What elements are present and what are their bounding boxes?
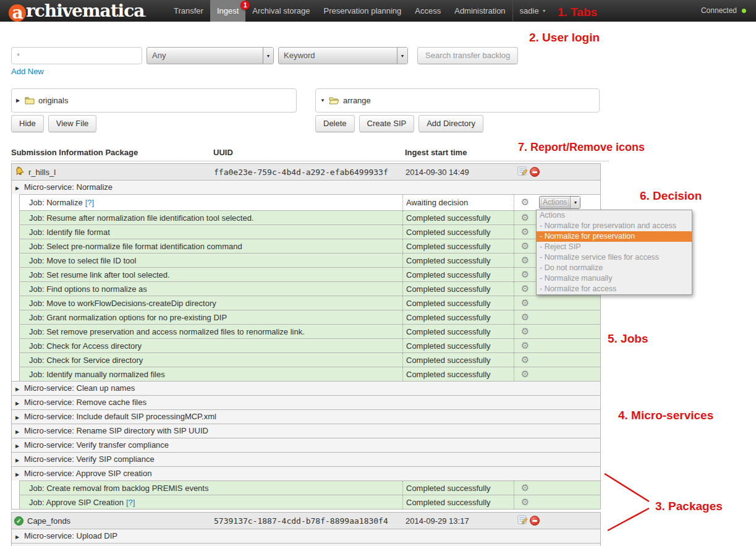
job-name-cell: Job: Move to workFlowDecisions-createDip… xyxy=(20,296,402,310)
completed-check-icon: ✓ xyxy=(14,516,23,526)
job-actions-cell xyxy=(536,367,600,381)
package-uuid: ffa0e23e-759c-4b4d-a292-efab6499933f xyxy=(214,168,406,177)
job-label: Job: Move to workFlowDecisions-createDip… xyxy=(29,299,216,308)
tab-access[interactable]: Access xyxy=(408,0,448,22)
job-label: Job: Normalize xyxy=(29,198,83,207)
job-gear-cell: ⚙ xyxy=(514,339,536,352)
tab-transfer[interactable]: Transfer xyxy=(167,0,210,22)
gear-icon[interactable]: ⚙ xyxy=(521,198,529,207)
gear-icon[interactable]: ⚙ xyxy=(521,484,529,493)
microservice-row[interactable]: ▶Micro-service: Verify transfer complian… xyxy=(12,438,600,452)
search-transfer-backlog-button[interactable]: Search transfer backlog xyxy=(417,47,518,64)
job-help-link[interactable]: [?] xyxy=(85,198,94,207)
delete-button[interactable]: Delete xyxy=(315,115,355,132)
job-actions-cell xyxy=(536,481,600,495)
microservice-row[interactable]: ▶Micro-service: Normalize xyxy=(12,180,600,194)
search-query-input[interactable] xyxy=(11,47,142,64)
top-navigation-bar: archivematica. TransferIngest1Archival s… xyxy=(0,0,756,22)
job-actions-select[interactable]: Actions▼ xyxy=(539,196,580,209)
arrange-label[interactable]: arrange xyxy=(343,96,371,105)
tab-preservation-planning[interactable]: Preservation planning xyxy=(317,0,409,22)
microservice-row[interactable]: ▶Micro-service: Rename SIP directory wit… xyxy=(12,424,600,438)
gear-icon[interactable]: ⚙ xyxy=(521,228,529,237)
collapsed-triangle-icon: ▶ xyxy=(15,182,22,194)
microservice-label: Micro-service: Approve SIP creation xyxy=(24,469,151,478)
microservice-row[interactable]: ▶Micro-service: Clean up names xyxy=(12,381,600,395)
report-icon[interactable] xyxy=(517,515,528,525)
job-help-link[interactable]: [?] xyxy=(126,498,135,507)
originals-label[interactable]: originals xyxy=(38,96,68,105)
decision-option[interactable]: - Normalize for preservation and access xyxy=(537,221,692,231)
originals-tree-panel: ▶ originals xyxy=(11,88,297,113)
job-status: Completed successfully xyxy=(402,282,514,296)
job-name-cell: Job: Resume after normalization file ide… xyxy=(20,211,402,224)
microservice-row[interactable]: ▶Micro-service: Include default SIP proc… xyxy=(12,409,600,424)
gear-icon[interactable]: ⚙ xyxy=(521,284,529,294)
bell-icon xyxy=(14,166,25,176)
report-icon[interactable] xyxy=(517,166,528,176)
job-status: Completed successfully xyxy=(402,353,514,367)
search-field-select[interactable]: Any ▼ xyxy=(147,47,274,64)
collapsed-triangle-icon: ▶ xyxy=(15,397,22,409)
decision-option[interactable]: - Normalize service files for access xyxy=(537,252,692,263)
gear-icon[interactable]: ⚙ xyxy=(521,313,529,322)
gear-icon[interactable]: ⚙ xyxy=(521,341,529,351)
add-directory-button[interactable]: Add Directory xyxy=(418,115,483,132)
decision-option[interactable]: - Do not normalize xyxy=(537,263,692,273)
chevron-down-icon: ▼ xyxy=(570,197,580,208)
gear-icon[interactable]: ⚙ xyxy=(521,270,529,279)
gear-icon[interactable]: ⚙ xyxy=(521,213,529,223)
microservice-row[interactable]: ▶Micro-service: Upload DIP xyxy=(12,529,600,543)
decision-option[interactable]: - Normalize for access xyxy=(537,284,692,294)
collapsed-triangle-icon: ▶ xyxy=(15,440,22,452)
remove-icon[interactable] xyxy=(530,167,540,177)
report-icon-wrap[interactable] xyxy=(517,515,528,527)
search-type-select[interactable]: Keyword ▼ xyxy=(278,47,408,64)
decision-option[interactable]: - Normalize for preservation xyxy=(537,231,692,242)
job-row: Job: Move to workFlowDecisions-createDip… xyxy=(19,296,600,310)
job-status: Completed successfully xyxy=(402,268,514,281)
user-menu[interactable]: sadie▼ xyxy=(512,0,553,22)
report-icon-wrap[interactable] xyxy=(517,166,528,178)
view-file-button[interactable]: View File xyxy=(48,115,97,132)
job-status: Completed successfully xyxy=(402,495,514,509)
gear-icon[interactable]: ⚙ xyxy=(521,256,529,265)
microservice-label: Micro-service: Clean up names xyxy=(24,383,135,393)
page: archivematica. TransferIngest1Archival s… xyxy=(0,0,756,546)
collapsed-triangle-icon[interactable]: ▶ xyxy=(16,98,22,103)
microservice-row[interactable]: ▶Micro-service: Approve SIP creation xyxy=(12,466,600,480)
job-label: Job: Resume after normalization file ide… xyxy=(29,213,253,223)
tab-ingest[interactable]: Ingest1 xyxy=(210,0,245,22)
tab-administration[interactable]: Administration xyxy=(448,0,512,22)
job-name-cell: Job: Approve SIP Creation[?] xyxy=(20,495,402,509)
tab-archival-storage[interactable]: Archival storage xyxy=(245,0,316,22)
decision-option[interactable]: Actions xyxy=(537,210,692,221)
gear-icon[interactable]: ⚙ xyxy=(521,356,529,365)
microservice-row[interactable]: ▶Micro-service: Verify SIP compliance xyxy=(12,452,600,466)
microservice-row[interactable]: ▶Micro-service: Remove cache files xyxy=(12,395,600,409)
decision-option[interactable]: - Reject SIP xyxy=(537,242,692,252)
gear-icon[interactable]: ⚙ xyxy=(521,498,529,507)
job-gear-cell: ⚙ xyxy=(514,211,536,224)
gear-icon[interactable]: ⚙ xyxy=(521,242,529,251)
gear-icon[interactable]: ⚙ xyxy=(521,370,529,379)
arrange-tree-panel: ▼ arrange xyxy=(315,88,600,113)
arrange-buttons: Delete Create SIP Add Directory xyxy=(315,115,483,132)
job-name-cell: Job: Set resume link after tool selected… xyxy=(20,268,402,281)
expanded-triangle-icon[interactable]: ▼ xyxy=(320,98,326,103)
decision-option[interactable]: - Normalize manually xyxy=(537,273,692,284)
package-icon-actions xyxy=(514,166,600,178)
gear-icon[interactable]: ⚙ xyxy=(521,299,529,308)
job-status: Completed successfully xyxy=(402,367,514,381)
remove-icon[interactable] xyxy=(530,516,540,526)
job-status: Completed successfully xyxy=(402,225,514,239)
create-sip-button[interactable]: Create SIP xyxy=(359,115,415,132)
job-row: Job: Approve SIP Creation[?]Completed su… xyxy=(19,495,600,509)
add-new-link[interactable]: Add New xyxy=(11,67,44,76)
microservice-row[interactable]: ▶Micro-service: Store AIP xyxy=(12,543,600,546)
hide-button[interactable]: Hide xyxy=(11,115,44,132)
job-actions-cell xyxy=(536,310,600,324)
job-name-cell: Job: Create removal from backlog PREMIS … xyxy=(20,481,402,495)
gear-icon[interactable]: ⚙ xyxy=(521,327,529,336)
archivematica-logo[interactable]: archivematica. xyxy=(9,1,146,22)
